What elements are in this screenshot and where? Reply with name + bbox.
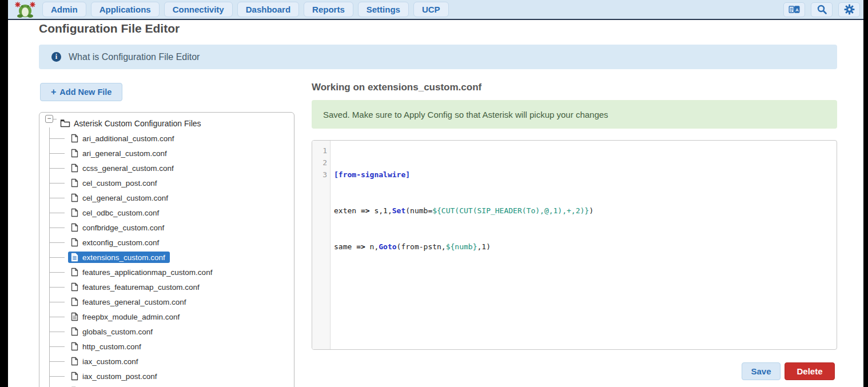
nav-item-dashboard[interactable]: Dashboard [237,2,299,17]
translate-icon: A [789,5,800,14]
info-banner-text: What is Configuration File Editor [69,52,200,62]
top-navbar: Admin Applications Connectivity Dashboar… [8,0,863,20]
tree-rows: ari_additional_custom.conf ari_general_c… [39,131,294,387]
file-icon [71,149,78,158]
file-name: confbridge_custom.conf [82,224,164,232]
app-window: Admin Applications Connectivity Dashboar… [8,0,863,387]
file-name: ari_general_custom.conf [82,149,167,158]
code-content[interactable]: [from-signalwire] exten => s,1,Set(numb=… [331,141,837,349]
plus-icon: + [51,87,56,97]
info-icon: i [51,52,61,62]
file-icon [71,163,78,173]
search-button[interactable] [811,2,833,17]
code-line: exten => s,1,Set(numb=${CUT(CUT(SIP_HEAD… [334,205,837,217]
settings-button[interactable] [838,2,860,17]
gear-icon [844,4,855,15]
code-line: same => n,Goto(from-pstn,${numb},1) [334,241,837,253]
file-name: extconfig_custom.conf [82,238,159,247]
file-name: ccss_general_custom.conf [82,164,174,173]
file-name: iax_custom.conf [82,357,138,366]
file-name: cel_odbc_custom.conf [82,209,159,217]
file-icon [71,193,78,202]
file-name: cel_custom_post.conf [82,179,157,187]
file-name: features_applicationmap_custom.conf [82,268,212,277]
tree-file-row[interactable]: globals_custom.conf [39,324,294,339]
line-number: 3 [322,169,330,181]
tree-file-row[interactable]: ari_general_custom.conf [39,146,294,161]
tree-file-row-partial[interactable] [39,384,294,387]
file-name: cel_general_custom.conf [82,194,168,202]
tree-file-row[interactable]: cel_odbc_custom.conf [39,205,294,220]
tree-file-row[interactable]: freepbx_module_admin.conf [39,309,294,324]
file-lines-icon [71,253,78,262]
file-name: http_custom.conf [82,342,141,351]
file-name: extensions_custom.conf [82,253,165,262]
file-icon [71,297,78,306]
file-icon [71,372,78,381]
tree-collapse-toggle[interactable]: − [45,115,53,123]
freepbx-frog-icon [14,1,36,18]
file-icon [71,342,78,351]
tree-file-row[interactable]: iax_custom.conf [39,354,294,369]
tree-file-row[interactable]: extconfig_custom.conf [39,235,294,250]
line-number: 1 [322,145,330,157]
tree-file-row[interactable]: confbridge_custom.conf [39,220,294,235]
nav-item-settings[interactable]: Settings [358,2,409,17]
tree-file-row[interactable]: features_featuremap_custom.conf [39,280,294,294]
file-name: iax_custom_post.conf [82,372,157,381]
file-icon [71,327,78,336]
nav-menu: Admin Applications Connectivity Dashboar… [42,2,449,17]
tree-file-row-selected[interactable]: extensions_custom.conf [39,250,294,265]
nav-item-reports[interactable]: Reports [304,2,353,17]
search-icon [817,5,827,14]
freepbx-logo[interactable] [13,1,38,18]
delete-button[interactable]: Delete [785,362,835,380]
line-number: 2 [322,157,330,169]
code-editor[interactable]: 1 2 3 [from-signalwire] exten => s,1,Set… [312,140,837,350]
save-button[interactable]: Save [742,362,781,380]
tree-file-row[interactable]: http_custom.conf [39,339,294,354]
line-number-gutter: 1 2 3 [312,141,331,349]
nav-item-applications[interactable]: Applications [91,2,160,17]
file-name: freepbx_module_admin.conf [82,313,180,321]
file-name: features_general_custom.conf [82,298,186,306]
language-translate-button[interactable]: A [783,2,805,17]
tree-file-row[interactable]: iax_custom_post.conf [39,369,294,384]
tree-file-row[interactable]: cel_custom_post.conf [39,175,294,190]
page-title: Configuration File Editor [39,22,180,35]
nav-right-icons: A [783,2,860,17]
file-name: globals_custom.conf [82,328,153,336]
file-icon [71,134,78,143]
file-lines-icon [71,312,78,321]
nav-item-ucp[interactable]: UCP [413,2,449,17]
tree-toggle-dash [53,119,57,119]
file-icon [71,208,78,217]
file-name: features_featuremap_custom.conf [82,283,200,292]
tree-file-row[interactable]: features_general_custom.conf [39,294,294,309]
tree-file-row[interactable]: features_applicationmap_custom.conf [39,265,294,280]
saved-alert: Saved. Make sure to Apply Config so that… [312,100,837,129]
folder-icon [60,119,70,127]
file-icon [71,178,78,187]
file-icon [71,223,78,232]
nav-item-admin[interactable]: Admin [42,2,86,17]
svg-text:A: A [795,7,799,13]
file-tree-panel: − Asterisk Custom Configuration Files ar… [39,112,294,387]
saved-alert-text: Saved. Make sure to Apply Config so that… [323,110,608,119]
code-line: [from-signalwire] [334,169,837,181]
nav-item-connectivity[interactable]: Connectivity [164,2,233,17]
info-banner[interactable]: i What is Configuration File Editor [39,45,837,69]
file-name: ari_additional_custom.conf [82,134,174,143]
file-icon [71,282,78,292]
tree-root-label: Asterisk Custom Configuration Files [74,119,201,128]
working-on-heading: Working on extensions_custom.conf [312,82,481,93]
file-icon [71,238,78,247]
tree-file-row[interactable]: cel_general_custom.conf [39,190,294,205]
add-new-file-button[interactable]: + Add New File [40,83,122,101]
add-new-file-label: Add New File [59,87,112,97]
file-icon [71,357,78,366]
file-icon [71,268,78,277]
tree-file-row[interactable]: ari_additional_custom.conf [39,131,294,146]
tree-file-row[interactable]: ccss_general_custom.conf [39,161,294,175]
